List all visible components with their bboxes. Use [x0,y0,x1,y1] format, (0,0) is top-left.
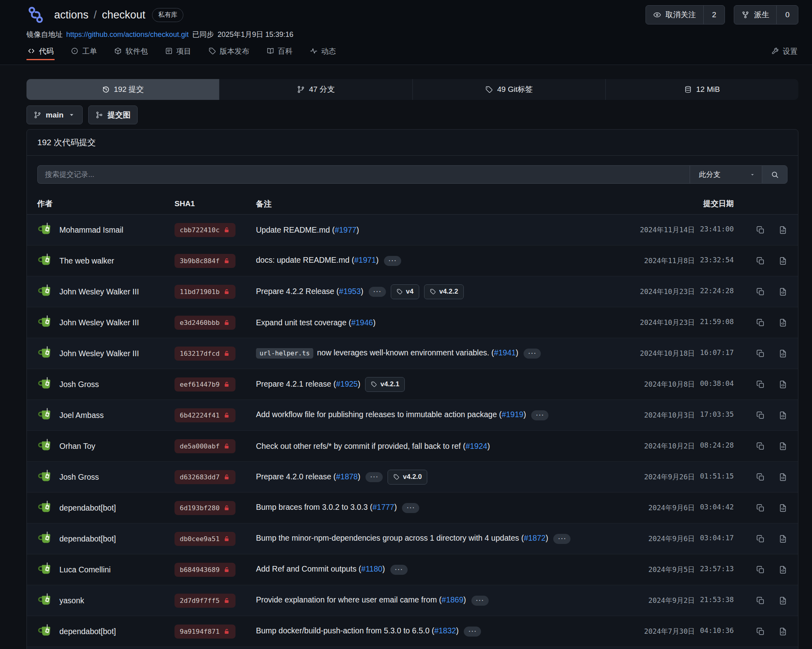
breadcrumb-repo[interactable]: checkout [102,9,145,21]
browse-source-button[interactable] [778,442,788,451]
expand-commit-button[interactable]: ··· [369,287,386,297]
copy-sha-button[interactable] [756,225,765,235]
expand-commit-button[interactable]: ··· [531,410,548,420]
browse-source-button[interactable] [778,627,788,636]
commit-author[interactable]: John Wesley Walker III [59,349,139,358]
tag-v4.2.0[interactable]: v4.2.0 [388,470,427,485]
browse-source-button[interactable] [778,503,788,513]
expand-commit-button[interactable]: ··· [365,472,383,482]
pr-link[interactable]: #1977 [335,225,356,234]
browse-source-button[interactable] [778,596,788,605]
browse-source-button[interactable] [778,411,788,420]
browse-source-button[interactable] [778,473,788,482]
browse-source-button[interactable] [778,256,788,266]
commit-sha-badge[interactable]: de5a000abf [175,439,235,453]
commit-author[interactable]: yasonk [59,596,84,605]
expand-commit-button[interactable]: ··· [553,534,570,544]
pr-link[interactable]: #1869 [442,595,463,604]
browse-source-button[interactable] [778,349,788,358]
commit-author[interactable]: dependabot[bot] [59,627,116,636]
stat-12 MiB[interactable]: 12 MiB [606,79,798,100]
tab-动态[interactable]: 动态 [309,43,337,60]
commit-author[interactable]: dependabot[bot] [59,503,116,513]
browse-source-button[interactable] [778,287,788,296]
copy-sha-button[interactable] [756,287,765,296]
browse-source-button[interactable] [778,380,788,389]
pr-link[interactable]: #1919 [501,410,523,419]
copy-sha-button[interactable] [756,534,765,544]
copy-sha-button[interactable] [756,318,765,327]
commit-sha-badge[interactable]: d632683dd7 [175,470,235,484]
commit-sha-badge[interactable]: 3b9b8c884f [175,254,235,268]
copy-sha-button[interactable] [756,565,765,574]
copy-sha-button[interactable] [756,596,765,605]
commit-author[interactable]: Josh Gross [59,380,99,389]
commit-author[interactable]: Luca Comellini [59,565,111,574]
tab-百科[interactable]: 百科 [266,43,294,60]
pr-link[interactable]: #1925 [336,379,357,388]
pr-link[interactable]: #1946 [351,318,373,327]
commit-author[interactable]: Josh Gross [59,473,99,482]
browse-source-button[interactable] [778,534,788,544]
browse-source-button[interactable] [778,318,788,327]
tab-settings[interactable]: 设置 [770,43,798,60]
copy-sha-button[interactable] [756,473,765,482]
search-button[interactable] [762,165,788,184]
commit-sha-badge[interactable]: b684943689 [175,563,235,577]
unwatch-button[interactable]: 取消关注 2 [646,5,725,24]
fork-button[interactable]: 派生 0 [734,5,798,24]
copy-sha-button[interactable] [756,256,765,266]
stat-49 Git标签[interactable]: 49 Git标签 [413,79,606,100]
commit-sha-badge[interactable]: db0cee9a51 [175,532,235,546]
pr-link[interactable]: #1180 [361,564,382,573]
commit-sha-badge[interactable]: 6d193bf280 [175,501,235,515]
expand-commit-button[interactable]: ··· [471,596,489,606]
copy-sha-button[interactable] [756,380,765,389]
commit-graph-button[interactable]: 提交图 [88,105,138,124]
commit-author[interactable]: John Wesley Walker III [59,318,139,327]
tab-代码[interactable]: 代码 [26,43,55,60]
pr-link[interactable]: #1832 [434,626,456,635]
commit-author[interactable]: Mohammad Ismail [59,225,123,235]
copy-sha-button[interactable] [756,349,765,358]
commit-search-input[interactable] [37,165,690,184]
watch-count[interactable]: 2 [703,6,725,24]
browse-source-button[interactable] [778,565,788,574]
expand-commit-button[interactable]: ··· [390,565,408,575]
commit-author[interactable]: John Wesley Walker III [59,287,139,296]
tag-v4[interactable]: v4 [391,284,419,299]
stat-47 分支[interactable]: 47 分支 [219,79,412,100]
pr-link[interactable]: #1872 [524,533,546,542]
commit-author[interactable]: dependabot[bot] [59,534,116,544]
commit-sha-badge[interactable]: 163217dfcd [175,347,235,361]
branch-selector[interactable]: main [26,105,83,124]
expand-commit-button[interactable]: ··· [524,349,541,359]
pr-link[interactable]: #1941 [494,348,516,357]
pr-link[interactable]: #1777 [372,503,394,511]
pr-link[interactable]: #1971 [354,256,376,264]
tab-版本发布[interactable]: 版本发布 [207,43,250,60]
pr-link[interactable]: #1924 [465,442,487,450]
stat-192 提交[interactable]: 192 提交 [26,79,219,100]
commit-sha-badge[interactable]: eef61447b9 [175,377,235,391]
pr-link[interactable]: #1878 [336,472,357,481]
fork-count[interactable]: 0 [776,6,798,24]
expand-commit-button[interactable]: ··· [384,256,401,266]
copy-sha-button[interactable] [756,411,765,420]
copy-sha-button[interactable] [756,442,765,451]
commit-sha-badge[interactable]: 6b42224f41 [175,408,235,422]
breadcrumb-owner[interactable]: actions [54,9,89,21]
expand-commit-button[interactable]: ··· [464,627,481,637]
commit-sha-badge[interactable]: 11bd71901b [175,285,235,299]
commit-sha-badge[interactable]: cbb722410c [175,223,235,237]
commit-author[interactable]: The web walker [59,256,114,266]
copy-sha-button[interactable] [756,627,765,636]
browse-source-button[interactable] [778,225,788,235]
tag-v4.2.1[interactable]: v4.2.1 [365,377,405,392]
branch-filter-select[interactable]: 此分支 [690,165,762,184]
tag-v4.2.2[interactable]: v4.2.2 [424,284,464,299]
mirror-url-link[interactable]: https://github.com/actions/checkout.git [66,30,189,39]
commit-sha-badge[interactable]: 2d7d9f7ff5 [175,594,235,608]
commit-sha-badge[interactable]: 9a9194f871 [175,625,235,639]
commit-sha-badge[interactable]: e3d2460bbb [175,316,235,330]
